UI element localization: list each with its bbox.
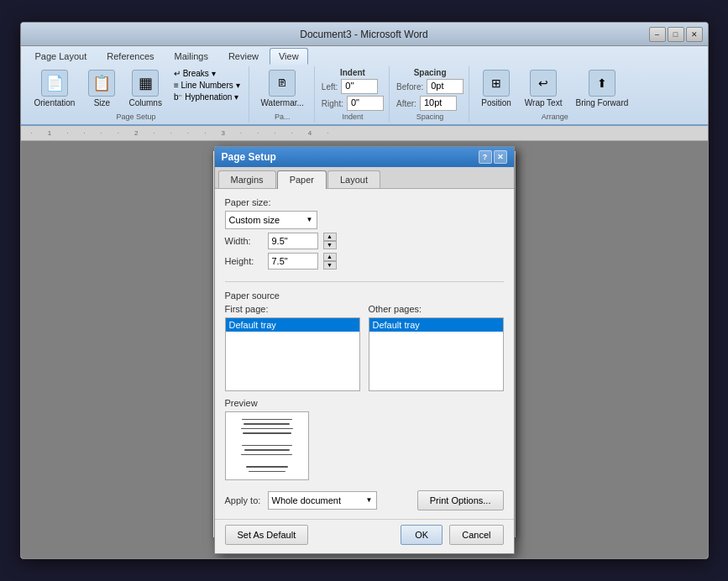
preview-line-6 <box>244 449 290 451</box>
columns-button[interactable]: ▦ Columns <box>123 68 166 109</box>
size-icon: 📋 <box>88 70 115 97</box>
page-setup-dialog: Page Setup ? ✕ Margins Paper Layout <box>214 146 515 554</box>
preview-line-3 <box>241 428 293 430</box>
doc-area: Page Setup ? ✕ Margins Paper Layout <box>21 141 708 558</box>
footer-right-buttons: OK Cancel <box>401 525 503 545</box>
window-title: Document3 - Microsoft Word <box>300 29 428 40</box>
tab-view[interactable]: View <box>270 48 308 65</box>
paper-source-label: Paper source <box>225 290 504 301</box>
indent-left-label: Left: <box>322 82 338 92</box>
close-button[interactable]: ✕ <box>686 27 703 42</box>
first-page-col: First page: Default tray <box>225 304 360 391</box>
tab-margins[interactable]: Margins <box>218 170 276 188</box>
preview-line-8 <box>246 466 288 468</box>
wrap-text-button[interactable]: ↩ Wrap Text <box>520 68 568 109</box>
other-pages-col: Other pages: Default tray <box>369 304 504 391</box>
width-label: Width: <box>225 236 263 246</box>
width-decrement[interactable]: ▼ <box>323 241 337 249</box>
orientation-label: Orientation <box>34 98 76 107</box>
arrange-buttons: ⊞ Position ↩ Wrap Text ⬆ Bring Forward <box>476 68 633 109</box>
dialog-help-button[interactable]: ? <box>479 150 492 164</box>
spacing-after-row: After: 10pt <box>396 96 464 111</box>
other-pages-label: Other pages: <box>369 304 504 314</box>
dialog-title-controls: ? ✕ <box>479 150 507 164</box>
ribbon-group-indent: Indent Left: 0" Right: 0" Indent <box>317 66 390 123</box>
tab-references[interactable]: References <box>97 48 163 65</box>
bring-forward-icon: ⬆ <box>589 70 615 97</box>
wrap-text-label: Wrap Text <box>525 98 563 107</box>
paper-size-section: Paper size: Custom size ▼ Width: <box>225 197 504 273</box>
first-page-listbox[interactable]: Default tray <box>225 317 360 391</box>
paper-size-select[interactable]: Custom size ▼ <box>225 211 317 229</box>
line-numbers-button[interactable]: ≡ Line Numbers ▾ <box>170 80 244 91</box>
tab-review[interactable]: Review <box>219 48 268 65</box>
tab-page-layout[interactable]: Page Layout <box>26 48 97 65</box>
spacing-before-input[interactable]: 0pt <box>427 79 464 94</box>
hyphenation-button[interactable]: b⁻ Hyphenation ▾ <box>170 92 244 102</box>
other-pages-default-tray[interactable]: Default tray <box>369 318 503 332</box>
dialog-footer: Set As Default OK Cancel <box>215 519 514 553</box>
orientation-icon: 📄 <box>41 70 68 97</box>
width-increment[interactable]: ▲ <box>323 233 337 241</box>
height-input[interactable] <box>268 253 318 270</box>
title-bar-controls: – □ ✕ <box>649 27 703 42</box>
arrange-group-label: Arrange <box>542 111 568 121</box>
watermark-label: Watermar... <box>261 98 304 107</box>
other-pages-listbox[interactable]: Default tray <box>369 317 504 391</box>
first-page-label: First page: <box>225 304 360 314</box>
preview-line-2 <box>244 423 290 425</box>
height-spinner: ▲ ▼ <box>323 253 337 270</box>
cancel-button[interactable]: Cancel <box>449 525 503 545</box>
orientation-button[interactable]: 📄 Orientation <box>29 68 81 109</box>
height-increment[interactable]: ▲ <box>323 253 337 261</box>
indent-controls: Left: 0" Right: 0" <box>322 79 384 111</box>
ribbon: Page Layout References Mailings Review V… <box>21 46 708 126</box>
wrap-text-icon: ↩ <box>530 70 557 97</box>
maximize-button[interactable]: □ <box>668 27 684 42</box>
minimize-button[interactable]: – <box>649 27 666 42</box>
height-decrement[interactable]: ▼ <box>323 261 337 270</box>
indent-left-input[interactable]: 0" <box>341 79 378 94</box>
ribbon-group-spacing: Spacing Before: 0pt After: 10pt Spacing <box>391 66 469 123</box>
paper-size-arrow: ▼ <box>306 216 313 223</box>
bring-forward-button[interactable]: ⬆ Bring Forward <box>570 68 633 109</box>
page-setup-group-label: Page Setup <box>117 111 156 121</box>
spacing-controls: Before: 0pt After: 10pt <box>396 79 464 111</box>
breaks-button[interactable]: ↵ Breaks ▾ <box>170 68 244 79</box>
tab-mailings[interactable]: Mailings <box>165 48 217 65</box>
columns-icon: ▦ <box>132 70 159 97</box>
title-bar: Document3 - Microsoft Word – □ ✕ <box>21 23 708 46</box>
ribbon-group-watermark: 🖹 Watermar... Pa... <box>251 66 315 123</box>
ok-button[interactable]: OK <box>401 525 443 545</box>
spacing-after-label: After: <box>396 99 416 108</box>
position-label: Position <box>481 98 511 107</box>
tab-layout[interactable]: Layout <box>327 170 380 188</box>
preview-label: Preview <box>225 398 504 408</box>
width-row: Width: ▲ ▼ <box>225 233 504 249</box>
apply-to-select[interactable]: Whole document ▼ <box>268 491 377 510</box>
apply-to-arrow: ▼ <box>366 496 373 504</box>
dialog-title-bar: Page Setup ? ✕ <box>215 147 514 167</box>
watermark-group-label: Pa... <box>275 111 291 121</box>
spacing-after-input[interactable]: 10pt <box>420 96 457 111</box>
set-as-default-button[interactable]: Set As Default <box>225 525 309 545</box>
dialog-tabs: Margins Paper Layout <box>215 167 514 189</box>
ribbon-group-arrange: ⊞ Position ↩ Wrap Text ⬆ Bring Forward A… <box>471 66 638 123</box>
first-page-default-tray[interactable]: Default tray <box>226 318 359 332</box>
dialog-title-text: Page Setup <box>222 151 276 163</box>
apply-to-label: Apply to: <box>225 495 263 505</box>
apply-to-value: Whole document <box>272 495 342 505</box>
indent-right-input[interactable]: 0" <box>347 96 384 111</box>
tab-paper[interactable]: Paper <box>277 170 327 189</box>
size-button[interactable]: 📋 Size <box>83 68 120 109</box>
ribbon-group-page-setup: 📄 Orientation 📋 Size ▦ Columns ↵ Breaks … <box>24 66 249 123</box>
position-button[interactable]: ⊞ Position <box>476 68 516 109</box>
divider-1 <box>225 281 504 282</box>
paper-source-section: Paper source First page: Default tray Ot… <box>225 290 504 391</box>
print-options-button[interactable]: Print Options... <box>417 490 504 510</box>
height-label: Height: <box>225 256 263 266</box>
main-window: Document3 - Microsoft Word – □ ✕ Page La… <box>20 22 709 559</box>
watermark-button[interactable]: 🖹 Watermar... <box>256 68 309 109</box>
dialog-close-button[interactable]: ✕ <box>494 150 507 164</box>
width-input[interactable] <box>268 233 318 249</box>
